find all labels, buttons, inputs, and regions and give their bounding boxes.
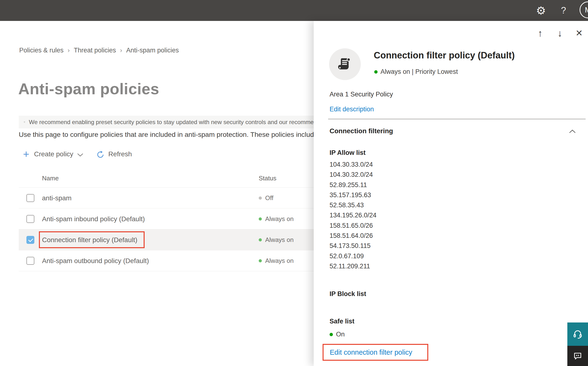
chevron-down-icon xyxy=(77,153,83,157)
breadcrumb: Policies & rules › Threat policies › Ant… xyxy=(19,47,179,54)
next-item-arrow-icon[interactable]: ↓ xyxy=(554,28,566,39)
page-description: Use this page to configure policies that… xyxy=(19,130,314,138)
safe-list-status: On xyxy=(330,331,345,338)
support-button[interactable] xyxy=(567,322,588,346)
policy-status: Always on xyxy=(259,208,294,229)
ip-block-list-label: IP Block list xyxy=(330,290,366,298)
row-checkbox[interactable] xyxy=(26,236,34,244)
divider xyxy=(328,119,586,119)
ip-address: 158.51.65.0/26 xyxy=(330,221,376,231)
table-row[interactable]: anti-spam Off xyxy=(19,188,314,208)
policy-name[interactable]: Anti-spam inbound policy (Default) xyxy=(42,208,145,229)
list-toolbar: + Create policy Refresh xyxy=(23,148,132,160)
recommendation-banner: We recommend enabling preset security po… xyxy=(19,116,314,128)
feedback-chat-icon xyxy=(573,351,583,361)
close-icon[interactable]: ✕ xyxy=(573,28,585,39)
edit-description-link[interactable]: Edit description xyxy=(330,106,374,113)
column-header-status[interactable]: Status xyxy=(259,175,276,182)
refresh-label: Refresh xyxy=(108,150,132,158)
policy-status: Off xyxy=(259,188,273,208)
screen: ⚙ ? M Policies & rules › Threat policies… xyxy=(0,0,588,366)
policies-table: Name Status anti-spam Off Anti-spam inbo… xyxy=(19,168,314,271)
breadcrumb-anti-spam-policies: Anti-spam policies xyxy=(126,47,179,54)
status-dot xyxy=(330,333,333,336)
policy-details-flyout: ↑ ↓ ✕ Connection filter policy (Default)… xyxy=(314,21,588,366)
ip-address: 54.173.50.115 xyxy=(330,241,376,251)
ip-address: 52.11.209.211 xyxy=(330,261,376,271)
account-avatar[interactable]: M xyxy=(580,1,588,18)
breadcrumb-separator-icon: › xyxy=(120,47,122,54)
refresh-icon xyxy=(96,151,104,159)
table-row[interactable]: Anti-spam outbound policy (Default) Alwa… xyxy=(19,250,314,271)
policy-scroll-icon xyxy=(329,48,361,80)
section-header-connection-filtering[interactable]: Connection filtering xyxy=(330,127,579,135)
policy-name[interactable]: Anti-spam outbound policy (Default) xyxy=(42,250,149,271)
policy-description: Area 1 Security Policy xyxy=(330,91,393,98)
create-policy-label: Create policy xyxy=(34,150,73,158)
create-policy-button[interactable]: + Create policy xyxy=(23,149,83,160)
ip-address: 52.89.255.11 xyxy=(330,180,376,190)
column-header-name[interactable]: Name xyxy=(42,175,59,182)
safe-list-label: Safe list xyxy=(330,318,354,325)
breadcrumb-separator-icon: › xyxy=(68,47,70,54)
safe-list-status-label: On xyxy=(336,331,345,338)
breadcrumb-policies-rules[interactable]: Policies & rules xyxy=(19,47,64,54)
ip-address: 158.51.64.0/26 xyxy=(330,231,376,241)
status-label: Always on xyxy=(265,215,294,223)
plus-icon: + xyxy=(23,149,29,160)
flyout-status: Always on | Priority Lowest xyxy=(374,68,458,76)
flyout-title: Connection filter policy (Default) xyxy=(374,50,578,61)
chevron-up-icon[interactable] xyxy=(569,129,576,133)
ip-address: 104.30.33.0/24 xyxy=(330,160,376,169)
ip-address: 35.157.195.63 xyxy=(330,190,376,200)
ip-allow-list: 104.30.33.0/24 104.30.32.0/24 52.89.255.… xyxy=(330,160,376,271)
status-dot xyxy=(259,197,262,200)
page-title: Anti-spam policies xyxy=(18,80,159,98)
refresh-button[interactable]: Refresh xyxy=(83,150,132,159)
breadcrumb-threat-policies[interactable]: Threat policies xyxy=(74,47,116,54)
banner-text: We recommend enabling preset security po… xyxy=(29,119,314,126)
policy-name[interactable]: Connection filter policy (Default) xyxy=(42,229,137,250)
ip-address: 52.0.67.109 xyxy=(330,251,376,261)
previous-item-arrow-icon[interactable]: ↑ xyxy=(535,28,546,39)
ip-address: 104.30.32.0/24 xyxy=(330,169,376,180)
ip-address: 52.58.35.43 xyxy=(330,200,376,210)
row-checkbox[interactable] xyxy=(26,257,34,265)
policy-status: Always on xyxy=(259,229,294,250)
flyout-status-label: Always on | Priority Lowest xyxy=(381,68,458,76)
headset-icon xyxy=(572,329,583,340)
table-row[interactable]: Connection filter policy (Default) Alway… xyxy=(19,229,314,250)
status-dot xyxy=(259,238,262,241)
row-checkbox[interactable] xyxy=(26,194,34,202)
status-dot xyxy=(259,217,262,221)
table-header: Name Status xyxy=(19,168,314,188)
lightbulb-icon xyxy=(23,118,25,126)
settings-gear-icon[interactable]: ⚙ xyxy=(534,0,548,21)
ip-address: 134.195.26.0/24 xyxy=(330,210,376,220)
edit-connection-filter-policy-link[interactable]: Edit connection filter policy xyxy=(330,348,412,356)
status-label: Always on xyxy=(265,257,294,265)
table-row[interactable]: Anti-spam inbound policy (Default) Alway… xyxy=(19,208,314,229)
status-label: Off xyxy=(265,194,273,202)
row-checkbox[interactable] xyxy=(26,215,34,223)
status-dot xyxy=(259,259,262,262)
status-label: Always on xyxy=(265,236,294,244)
feedback-button[interactable] xyxy=(567,346,588,366)
policy-status: Always on xyxy=(259,250,294,271)
ip-allow-list-label: IP Allow list xyxy=(330,149,366,157)
policy-name[interactable]: anti-spam xyxy=(42,188,72,208)
help-icon[interactable]: ? xyxy=(557,0,570,21)
status-dot xyxy=(374,70,378,74)
top-app-bar: ⚙ ? M xyxy=(0,0,588,21)
